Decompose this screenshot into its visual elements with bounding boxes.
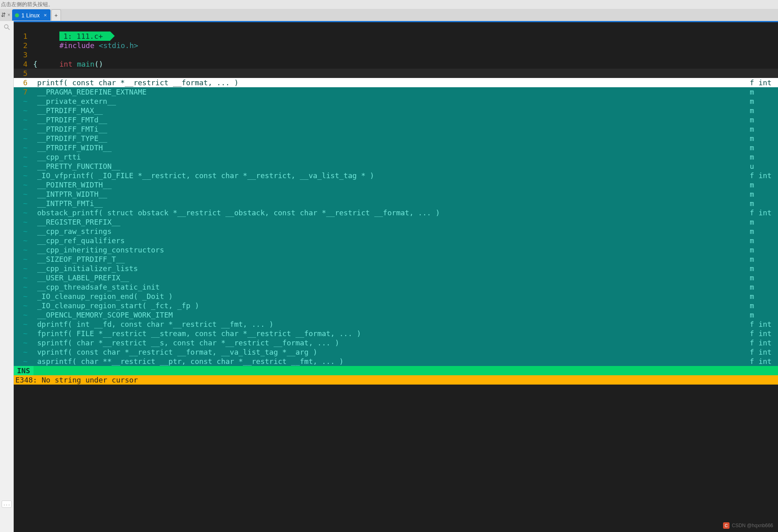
completion-item[interactable]: ~_IO_cleanup_region_start( _fct, _fp )m <box>14 301 778 310</box>
completion-label: printf( const char *__restrict __format,… <box>33 78 750 87</box>
line-number: ~ <box>14 273 33 282</box>
file-tab-row: 1: 111.c+ <box>14 22 778 32</box>
completion-label: obstack_printf( struct obstack *__restri… <box>33 208 750 217</box>
completion-label: __private_extern__ <box>33 97 750 106</box>
completion-label: __cpp_ref_qualifiers <box>33 236 750 245</box>
completion-item[interactable]: ~__cpp_threadsafe_static_initm <box>14 282 778 292</box>
completion-kind: m <box>750 180 778 189</box>
completion-item[interactable]: ~__PTRDIFF_TYPE__m <box>14 134 778 143</box>
status-dot-icon <box>15 13 19 17</box>
drag-icon: ⇵ <box>1 11 6 19</box>
completion-item[interactable]: ~__REGISTER_PREFIX__m <box>14 217 778 227</box>
completion-label: __USER_LABEL_PREFIX__ <box>33 273 750 282</box>
completion-kind: f int <box>750 171 778 180</box>
completion-kind: m <box>750 282 778 292</box>
completion-item[interactable]: 6printf( const char *__restrict __format… <box>14 78 778 87</box>
completion-item[interactable]: ~__PTRDIFF_FMTd__m <box>14 115 778 124</box>
line-number: ~ <box>14 189 33 199</box>
line-number: ~ <box>14 152 33 162</box>
completion-item[interactable]: ~__INTPTR_FMTi__m <box>14 199 778 208</box>
line-number: ~ <box>14 282 33 292</box>
completion-popup[interactable]: 6printf( const char *__restrict __format… <box>14 78 778 366</box>
search-icon[interactable] <box>3 23 11 31</box>
completion-kind: m <box>750 189 778 199</box>
completion-item[interactable]: ~__PTRDIFF_FMTi__m <box>14 124 778 134</box>
svg-line-1 <box>8 28 10 30</box>
add-tab-button[interactable]: + <box>51 9 61 21</box>
line-number: ~ <box>14 301 33 310</box>
line-number: ~ <box>14 236 33 245</box>
completion-item[interactable]: ~__USER_LABEL_PREFIX__m <box>14 273 778 282</box>
completion-kind: m <box>750 245 778 254</box>
completion-label: __PRETTY_FUNCTION__ <box>33 162 750 171</box>
completion-label: __PTRDIFF_WIDTH__ <box>33 143 750 152</box>
completion-item[interactable]: ~obstack_printf( struct obstack *__restr… <box>14 208 778 217</box>
completion-kind: m <box>750 97 778 106</box>
code-line[interactable]: 4 { <box>14 59 778 69</box>
close-icon[interactable]: × <box>7 12 10 18</box>
completion-kind: m <box>750 254 778 264</box>
completion-label: __REGISTER_PREFIX__ <box>33 217 750 227</box>
line-number: 1 <box>14 32 33 41</box>
code-line[interactable]: 2 <box>14 41 778 50</box>
completion-item[interactable]: ~__INTPTR_WIDTH__m <box>14 189 778 199</box>
svg-point-0 <box>4 25 8 28</box>
tab-linux[interactable]: 1 Linux × <box>12 9 50 21</box>
line-number: ~ <box>14 245 33 254</box>
session-drag-handle[interactable]: ⇵ × <box>0 9 11 21</box>
code-line[interactable]: 3 int main() <box>14 50 778 59</box>
completion-kind: m <box>750 152 778 162</box>
completion-label: __cpp_inheriting_constructors <box>33 245 750 254</box>
completion-label: __PTRDIFF_TYPE__ <box>33 134 750 143</box>
completion-item[interactable]: ~__cpp_ref_qualifiersm <box>14 236 778 245</box>
completion-item[interactable]: ~__private_extern__m <box>14 97 778 106</box>
completion-item[interactable]: ~__cpp_initializer_listsm <box>14 264 778 273</box>
line-number: ~ <box>14 227 33 236</box>
completion-item[interactable]: ~__SIZEOF_PTRDIFF_T__m <box>14 254 778 264</box>
completion-item[interactable]: ~_IO_cleanup_region_end( _Doit )m <box>14 292 778 301</box>
code-line-current[interactable]: 5 printf <box>14 69 778 78</box>
completion-item[interactable]: ~__PTRDIFF_MAX__m <box>14 106 778 115</box>
tab-label: 1 Linux <box>21 12 40 19</box>
close-icon[interactable]: × <box>44 12 47 18</box>
line-number: 7 <box>14 87 33 97</box>
code-line[interactable]: 1 #include <stdio.h> <box>14 32 778 41</box>
completion-item[interactable]: 7__PRAGMA_REDEFINE_EXTNAMEm <box>14 87 778 97</box>
completion-label: _IO_vfprintf( _IO_FILE *__restrict, cons… <box>33 171 750 180</box>
completion-item[interactable]: ~vprintf( const char *__restrict __forma… <box>14 347 778 357</box>
more-options[interactable]: ... <box>2 500 12 508</box>
completion-item[interactable]: ~__cpp_inheriting_constructorsm <box>14 245 778 254</box>
completion-kind: m <box>750 134 778 143</box>
completion-item[interactable]: ~__PTRDIFF_WIDTH__m <box>14 143 778 152</box>
terminal-editor[interactable]: 1: 111.c+ 1 #include <stdio.h> 2 3 int m… <box>14 21 778 532</box>
completion-item[interactable]: ~asprintf( char **__restrict __ptr, cons… <box>14 357 778 366</box>
completion-label: sprintf( char *__restrict __s, const cha… <box>33 338 750 347</box>
completion-kind: m <box>750 236 778 245</box>
completion-label: __OPENCL_MEMORY_SCOPE_WORK_ITEM <box>33 310 750 320</box>
completion-label: _IO_cleanup_region_start( _fct, _fp ) <box>33 301 750 310</box>
completion-label: __PTRDIFF_FMTi__ <box>33 124 750 134</box>
completion-item[interactable]: ~__POINTER_WIDTH__m <box>14 180 778 189</box>
gutter <box>14 22 33 32</box>
completion-item[interactable]: ~__cpp_raw_stringsm <box>14 227 778 236</box>
completion-item[interactable]: ~fprintf( FILE *__restrict __stream, con… <box>14 329 778 338</box>
completion-item[interactable]: ~_IO_vfprintf( _IO_FILE *__restrict, con… <box>14 171 778 180</box>
token-punc: { <box>33 60 38 68</box>
completion-label: __cpp_rtti <box>33 152 750 162</box>
completion-item[interactable]: ~sprintf( char *__restrict __s, const ch… <box>14 338 778 347</box>
completion-kind: m <box>750 124 778 134</box>
left-sidebar: ... <box>0 21 14 532</box>
line-number: ~ <box>14 180 33 189</box>
completion-kind: f int <box>750 208 778 217</box>
status-rest <box>34 366 778 375</box>
completion-item[interactable]: ~dprintf( int __fd, const char *__restri… <box>14 320 778 329</box>
completion-item[interactable]: ~__OPENCL_MEMORY_SCOPE_WORK_ITEMm <box>14 310 778 320</box>
completion-item[interactable]: ~__PRETTY_FUNCTION__u <box>14 162 778 171</box>
line-number: 4 <box>14 59 33 69</box>
completion-item[interactable]: ~__cpp_rttim <box>14 152 778 162</box>
line-number: ~ <box>14 162 33 171</box>
completion-label: __INTPTR_WIDTH__ <box>33 189 750 199</box>
command-line[interactable]: E348: No string under cursor <box>14 375 778 385</box>
completion-kind: f int <box>750 338 778 347</box>
completion-label: __cpp_initializer_lists <box>33 264 750 273</box>
